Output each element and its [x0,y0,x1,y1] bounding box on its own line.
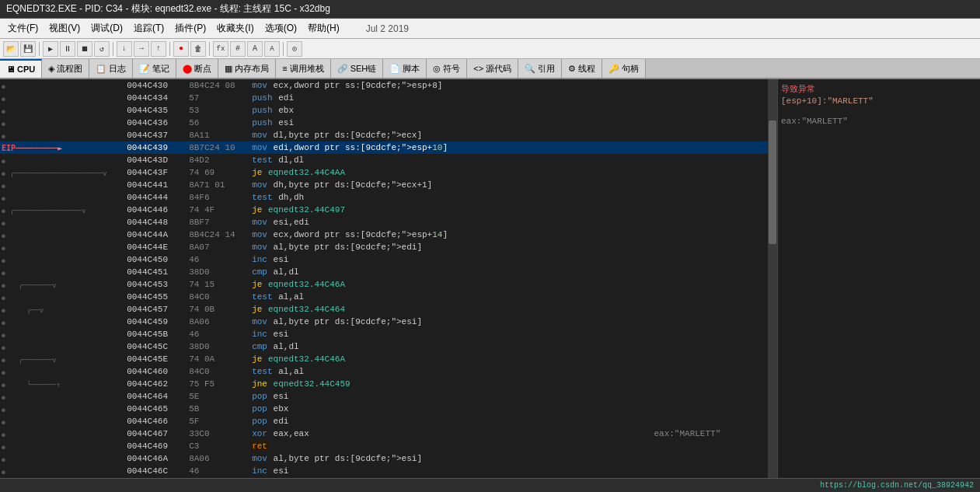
table-row[interactable]: ● 0044C45B46inc esi [0,328,777,340]
toolbar-fontsmall[interactable]: A [264,41,280,57]
table-row[interactable]: ● 0044C43D84D2test dl,dl [0,154,777,166]
tab-breakpoints[interactable]: ⬤ 断点 [176,59,218,78]
col-bytes: 8BF7 [187,216,249,229]
table-row[interactable]: ● 0044C46A8A06mov al,byte ptr ds:[9cdcfe… [0,452,777,465]
scroll-thumb[interactable] [769,120,776,244]
col-address: 0044C459 [125,316,187,328]
table-row[interactable]: ● 0044C4645Epop esi [0,390,777,403]
table-row[interactable]: ● ╭───────v0044C45E74 0Aje eqnedt32.44C4… [0,353,777,365]
toolbar-pause[interactable]: ⏸ [60,41,75,57]
table-row[interactable]: ● ╭───────v0044C45374 15je eqnedt32.44C4… [0,278,777,291]
toolbar-clear[interactable]: 🗑 [190,41,206,57]
tab-bar: 🖥 CPU ◈ 流程图 📋 日志 📝 笔记 ⬤ 断点 ▦ 内存布局 ≡ 调用堆栈… [0,59,980,79]
table-row[interactable]: ● ╭─────────────────────v0044C43F74 69je… [0,166,777,179]
table-row[interactable]: ● 0044C469C3ret [0,440,777,452]
col-arrow: ● [0,216,125,229]
col-instruction: cmp al,dl [249,266,641,278]
tab-bp-icon: ⬤ [183,64,192,74]
disasm-scrollbar[interactable] [768,79,777,490]
col-instruction: ret [249,440,641,452]
toolbar-run[interactable]: ▶ [43,41,58,57]
toolbar-save[interactable]: 💾 [20,41,36,57]
table-row[interactable]: ● └──────↑0044C46275 F5jne eqnedt32.44C4… [0,378,777,390]
tab-thread[interactable]: ⚙ 线程 [562,59,602,78]
table-row[interactable]: ● 0044C4378A11mov dl,byte ptr ds:[9cdcfe… [0,129,777,141]
toolbar-open[interactable]: 📂 [3,41,19,57]
col-address: 0044C45B [125,328,187,340]
tab-cpu-label: CPU [17,65,35,74]
menu-favorite[interactable]: 收藏夹(I) [212,20,258,37]
tab-handle[interactable]: 🔑 句柄 [602,59,646,78]
toolbar-fontA[interactable]: A [247,41,263,57]
disasm-panel[interactable]: ● 0044C4308B4C24 08mov ecx,dword ptr ss:… [0,79,778,490]
toolbar-sep3 [169,42,170,56]
tab-xref-label: 引用 [538,63,555,75]
tab-callstack[interactable]: ≡ 调用堆栈 [276,59,330,78]
col-instruction: inc esi [249,328,641,340]
menu-view[interactable]: 视图(V) [44,20,85,37]
col-bytes: 5F [187,415,249,427]
table-row[interactable]: ● 0044C44A8B4C24 14mov ecx,dword ptr ss:… [0,229,777,241]
menu-help[interactable]: 帮助(H) [303,20,344,37]
table-row[interactable]: ● ╭────────────────v0044C44674 4Fje eqne… [0,204,777,216]
toolbar-bp[interactable]: ● [173,41,189,57]
table-row[interactable]: ● 0044C4418A71 01mov dh,byte ptr ds:[9cd… [0,179,777,191]
menu-file[interactable]: 文件(F) [3,20,43,37]
table-row[interactable]: ● 0044C43553push ebx [0,104,777,117]
col-instruction: je eqnedt32.44C46A [249,353,641,365]
table-row[interactable]: ● 0044C46C46inc esi [0,465,777,477]
toolbar-fx[interactable]: fx [213,41,228,57]
menu-debug[interactable]: 调试(D) [86,20,127,37]
table-row[interactable]: ● 0044C43457push edi [0,92,777,104]
tab-xref[interactable]: 🔍 引用 [518,59,562,78]
table-row[interactable]: ● 0044C4308B4C24 08mov ecx,dword ptr ss:… [0,79,777,92]
table-row[interactable]: ● 0044C46084C0test al,al [0,365,777,378]
tab-memory[interactable]: ▦ 内存布局 [218,59,276,78]
col-comment [641,204,777,216]
col-address: 0044C436 [125,117,187,129]
table-row[interactable]: ● 0044C43656push esi [0,117,777,129]
table-row[interactable]: ● 0044C45584C0test al,al [0,291,777,303]
tab-flowgraph[interactable]: ◈ 流程图 [42,59,89,78]
toolbar-stop[interactable]: ⏹ [77,41,92,57]
menu-plugin[interactable]: 插件(P) [170,20,211,37]
toolbar-hash[interactable]: # [230,41,246,57]
table-row[interactable]: ● 0044C44E8A07mov al,byte ptr ds:[9cdcfe… [0,241,777,253]
toolbar-stepinto[interactable]: ↓ [117,41,132,57]
comment-esp10: [esp+10]:"MARLETT" [781,96,977,106]
table-row[interactable]: ● 0044C44484F6test dh,dh [0,191,777,204]
table-row[interactable]: ● 0044C45C38D0cmp al,dl [0,340,777,353]
col-address: 0044C448 [125,216,187,229]
table-row[interactable]: ● 0044C4598A06mov al,byte ptr ds:[9cdcfe… [0,316,777,328]
table-row[interactable]: ● 0044C4665Fpop edi [0,415,777,427]
col-arrow: ● ╭────────────────v [0,204,125,216]
toolbar-restart[interactable]: ↺ [94,41,110,57]
tab-script[interactable]: 📄 脚本 [383,59,427,78]
table-row[interactable]: EIP─────────►0044C4398B7C24 10mov edi,dw… [0,141,777,154]
tab-log[interactable]: 📋 日志 [89,59,133,78]
col-arrow: ● [0,427,125,440]
toolbar-target[interactable]: ⊙ [287,41,302,57]
table-row[interactable]: ● 0044C4655Bpop ebx [0,403,777,415]
tab-mem-label: 内存布局 [235,63,269,75]
menu-trace[interactable]: 追踪(T) [129,20,169,37]
menu-options[interactable]: 选项(O) [260,20,302,37]
col-comment [641,365,777,378]
col-address: 0044C465 [125,403,187,415]
table-row[interactable]: ● 0044C45046inc esi [0,253,777,266]
tab-symbol[interactable]: ◎ 符号 [427,59,467,78]
table-row[interactable]: ● ╭──v0044C45774 0Bje eqnedt32.44C464 [0,303,777,316]
toolbar-stepover[interactable]: → [134,41,149,57]
tab-source[interactable]: <> 源代码 [467,59,518,78]
table-row[interactable]: ● 0044C4488BF7mov esi,edi [0,216,777,229]
tab-script-icon: 📄 [389,64,400,74]
tab-cpu[interactable]: 🖥 CPU [0,59,42,78]
table-row[interactable]: ● 0044C46733C0xor eax,eaxeax:"MARLETT" [0,427,777,440]
tab-seh[interactable]: 🔗 SEH链 [331,59,384,78]
toolbar-stepout[interactable]: ↑ [151,41,166,57]
col-comment [641,390,777,403]
col-arrow: ● [0,365,125,378]
tab-notes[interactable]: 📝 笔记 [133,59,176,78]
table-row[interactable]: ● 0044C45138D0cmp al,dl [0,266,777,278]
col-instruction: mov al,byte ptr ds:[9cdcfe;">esi] [249,316,641,328]
